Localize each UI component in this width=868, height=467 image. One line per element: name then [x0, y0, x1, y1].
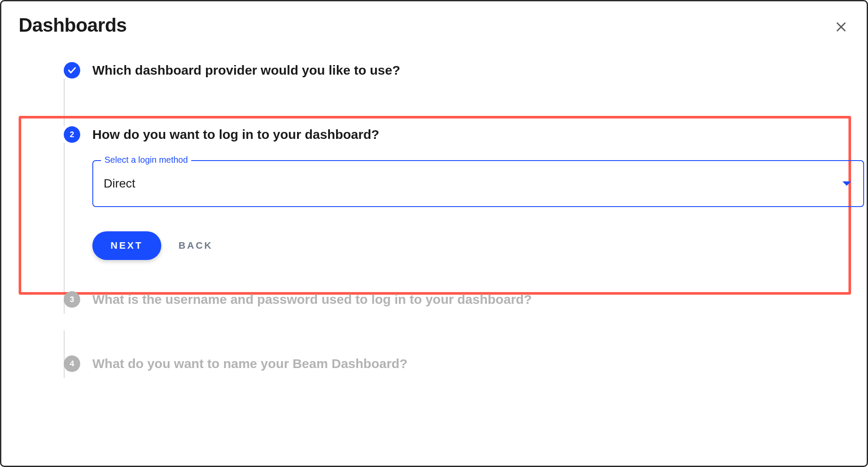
step-3: 3 What is the username and password used… — [40, 291, 849, 308]
stepper: Which dashboard provider would you like … — [19, 62, 849, 372]
step-completed-icon — [64, 62, 80, 79]
check-icon — [67, 66, 77, 75]
back-button[interactable]: BACK — [179, 240, 213, 251]
step-1-label: Which dashboard provider would you like … — [92, 62, 400, 79]
step-2-number: 2 — [70, 130, 74, 139]
close-icon — [835, 20, 848, 33]
dialog-title: Dashboards — [19, 14, 849, 36]
select-value: Direct — [104, 177, 135, 191]
step-2-label: How do you want to log in to your dashbo… — [92, 126, 379, 143]
step-2: 2 How do you want to log in to your dash… — [40, 126, 849, 143]
step-4-number: 4 — [70, 359, 74, 368]
step-4-label: What do you want to name your Beam Dashb… — [92, 355, 408, 372]
step-3-label: What is the username and password used t… — [92, 291, 532, 308]
close-button[interactable] — [833, 19, 849, 35]
dashboards-dialog: Dashboards Which dashboard provider woul… — [0, 0, 868, 467]
step-2-buttons: NEXT BACK — [92, 231, 864, 260]
step-active-icon: 2 — [64, 126, 80, 143]
step-connector — [64, 143, 65, 314]
login-method-select[interactable]: Select a login method Direct — [92, 160, 864, 207]
step-4: 4 What do you want to name your Beam Das… — [40, 355, 849, 372]
step-inactive-icon: 4 — [64, 355, 80, 372]
select-float-label: Select a login method — [101, 155, 191, 165]
step-1: Which dashboard provider would you like … — [40, 62, 849, 79]
step-2-body: Select a login method Direct NEXT BACK — [92, 160, 864, 260]
chevron-down-icon — [842, 181, 851, 186]
next-button[interactable]: NEXT — [92, 231, 161, 260]
step-inactive-icon: 3 — [64, 291, 80, 308]
step-connector — [64, 79, 65, 126]
step-3-number: 3 — [70, 295, 74, 304]
